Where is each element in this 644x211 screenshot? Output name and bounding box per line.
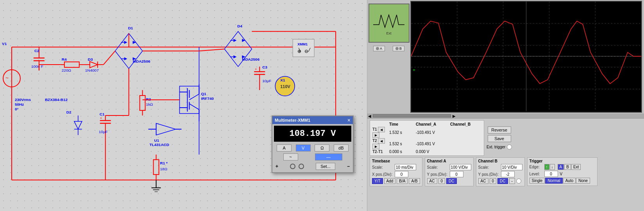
trigger-ch-a-btn[interactable]: A [558, 164, 564, 170]
mm-volt-btn[interactable]: V [296, 144, 311, 151]
edge-falling-btn[interactable]: ↓ [550, 164, 555, 170]
trigger-mode-row: Single Normal Auto None [530, 178, 595, 184]
scrollbar-horizontal[interactable]: ◀ ▶ [367, 114, 644, 118]
mm-set-btn[interactable]: Set... [316, 163, 335, 170]
chb-ypos-input[interactable] [501, 171, 515, 177]
chb-dc-btn[interactable]: DC [497, 178, 508, 184]
timebase-xpos-input[interactable] [395, 171, 408, 177]
cha-0-btn[interactable]: 0 [438, 178, 445, 184]
mm-close-btn[interactable]: × [347, 117, 351, 123]
t1-right-btn[interactable]: ▶ [372, 132, 379, 138]
osc-controls: Time Channel_A Channel_B T1 ◀ ▶ 1.532 s … [367, 118, 644, 211]
trigger-title: Trigger [530, 159, 595, 163]
col-time: Time [389, 122, 413, 126]
timebase-title: Timebase [372, 159, 420, 163]
edge-rising-btn[interactable]: ↑ [544, 164, 549, 170]
edge-buttons: ↑ ↓ [544, 164, 555, 170]
svg-text:10µF: 10µF [99, 130, 108, 134]
yt-btn[interactable]: Y/T [372, 178, 383, 184]
timebase-scale-input[interactable] [395, 164, 416, 170]
channel-indicators: A B [373, 46, 404, 51]
t1-left-btn[interactable]: ◀ [378, 127, 385, 132]
svg-text:50Hz: 50Hz [15, 102, 24, 106]
svg-text:18Ω: 18Ω [160, 167, 168, 171]
svg-text:D4: D4 [237, 24, 242, 28]
ch-b-button[interactable]: B [393, 46, 404, 51]
controls-bottom-row: Timebase Scale: X pos.(Div): Y/T Add B/A… [370, 157, 642, 186]
scrollbar-thumb[interactable] [373, 114, 451, 117]
svg-text:U1: U1 [154, 138, 159, 142]
svg-text:10µF: 10µF [262, 79, 271, 83]
mm-amp-btn[interactable]: A [277, 144, 292, 151]
ext-label: Ext [386, 31, 391, 35]
t2-right-btn[interactable]: ▶ [372, 144, 379, 149]
trigger-ch-ext-btn[interactable]: Ext [571, 164, 581, 170]
chb-ac-btn[interactable]: AC [478, 178, 488, 184]
t2-left-btn[interactable]: ◀ [378, 138, 385, 144]
save-button[interactable]: Save [488, 135, 511, 142]
mm-ac-btn[interactable]: ~ [283, 153, 298, 161]
oscilloscope-panel: Ext A B [367, 0, 644, 211]
t2-cha: -103.491 V [416, 142, 447, 146]
timebase-xpos-label: X pos.(Div): [372, 172, 394, 177]
svg-text:IRF740: IRF740 [201, 96, 214, 101]
measurements-table: Time Channel_A Channel_B T1 ◀ ▶ 1.532 s … [370, 120, 484, 156]
svg-text:+: + [255, 67, 257, 71]
auto-btn[interactable]: Auto [563, 178, 576, 184]
chb-ypos-label: Y pos.(Div): [478, 172, 500, 177]
scroll-left-btn[interactable]: ◀ [368, 114, 371, 118]
svg-text:R1 *: R1 * [160, 161, 168, 165]
chb-minus-btn[interactable]: - [509, 178, 515, 184]
none-btn[interactable]: None [576, 178, 590, 184]
normal-btn[interactable]: Normal [545, 178, 562, 184]
mm-minus-label: − [347, 164, 350, 169]
single-btn[interactable]: Single [530, 178, 545, 184]
cha-ypos-input[interactable] [450, 171, 463, 177]
ch-a-button[interactable]: A [373, 46, 385, 51]
ext-trigger-row: Ext. trigger [487, 144, 512, 150]
scroll-right-btn[interactable]: ▶ [453, 114, 456, 118]
ba-btn[interactable]: B/A [397, 178, 408, 184]
mm-db-btn[interactable]: dB [334, 144, 349, 151]
osc-mini-screen: Ext [369, 4, 410, 43]
timebase-group: Timebase Scale: X pos.(Div): Y/T Add B/A… [370, 157, 422, 186]
timebase-xpos-row: X pos.(Div): [372, 171, 420, 177]
add-btn[interactable]: Add [384, 178, 396, 184]
ext-trigger-radio[interactable] [507, 144, 512, 150]
trigger-ch-b-btn[interactable]: B [564, 164, 571, 170]
schematic-area: ~ 230Vrms 50Hz 0° V1 C2 100n F R4 220Ω D… [0, 0, 367, 211]
reverse-button[interactable]: Reverse [488, 126, 511, 133]
mm-dc-btn[interactable]: — [315, 153, 342, 161]
trigger-level-input[interactable] [544, 171, 558, 177]
svg-text:R4: R4 [62, 57, 67, 61]
schematic-svg: ~ 230Vrms 50Hz 0° V1 C2 100n F R4 220Ω D… [0, 0, 367, 211]
osc-screen-row: Ext A B [367, 0, 644, 114]
col-chb: Channel_B [450, 122, 481, 126]
mm-display: 108.197 V [274, 126, 351, 142]
channel-b-title: Channel B [478, 159, 522, 163]
ab-btn[interactable]: A/B [409, 178, 420, 184]
ext-trigger-label: Ext. trigger [487, 145, 505, 149]
t1-cursor-btns: T1 ◀ ▶ [372, 127, 386, 138]
cha-dc-btn[interactable]: DC [446, 178, 456, 184]
svg-text:1kΩ: 1kΩ [146, 102, 154, 106]
ch-a-dot [376, 47, 379, 50]
t2t1-label: T2-T1 [372, 150, 386, 154]
chb-0-btn[interactable]: 0 [490, 178, 497, 184]
svg-text:0°: 0° [15, 107, 19, 111]
svg-text:D2: D2 [66, 110, 72, 114]
chb-radio[interactable] [516, 179, 521, 184]
timebase-scale-row: Scale: [372, 164, 420, 170]
cha-scale-row: Scale: [427, 164, 471, 170]
mm-bottom-row: + Set... − [272, 162, 353, 172]
cha-ac-btn[interactable]: AC [427, 178, 437, 184]
oscilloscope-screen [410, 1, 642, 113]
chb-scale-input[interactable] [501, 164, 522, 170]
mm-ohm-btn[interactable]: Ω [315, 144, 329, 151]
svg-text:MDA2506: MDA2506 [133, 59, 150, 63]
cha-ypos-row: Y pos.(Div): [427, 171, 471, 177]
trigger-mode-buttons: Single Normal Auto None [530, 178, 590, 184]
cha-scale-input[interactable] [450, 164, 471, 170]
trigger-ch-select: A B Ext [558, 164, 581, 170]
meas-header-row: Time Channel_A Channel_B [372, 122, 481, 126]
